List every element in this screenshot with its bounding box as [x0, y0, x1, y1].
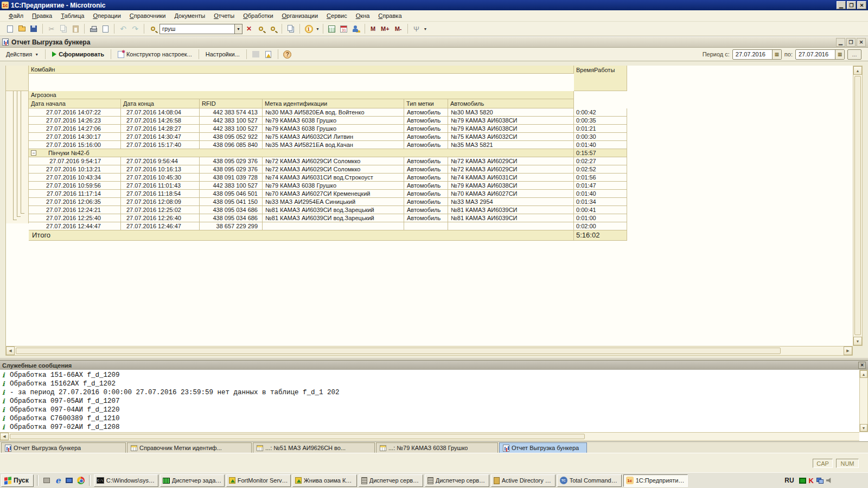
cell[interactable]: 442 383 100 527 [200, 117, 263, 125]
cell[interactable]: 27.07.2016 15:17:40 [121, 141, 200, 149]
cell[interactable]: Автомобиль [404, 182, 448, 190]
cell[interactable]: №35 МАЗ 5821 [448, 141, 574, 149]
cell[interactable]: 27.07.2016 12:46:47 [121, 222, 200, 230]
cell[interactable]: Автомобиль [404, 133, 448, 141]
redo-button[interactable]: ↷ [130, 23, 141, 34]
cell[interactable]: 438 091 039 728 [200, 174, 263, 182]
scroll-left-icon[interactable]: ◀ [6, 346, 15, 355]
settings-button[interactable]: Настройки... [203, 50, 242, 59]
column-header[interactable]: Метка идентификации [263, 99, 404, 108]
cell[interactable]: 27.07.2016 9:56:44 [121, 157, 200, 165]
cell[interactable]: №72 КАМАЗ АИ6029СИ [448, 165, 574, 174]
cell[interactable]: 27.07.2016 11:18:54 [121, 190, 200, 198]
quick-launch-printer-icon[interactable] [42, 476, 52, 485]
total-time[interactable]: 5:16:02 [574, 230, 627, 241]
menu-item-Окна[interactable]: Окна [352, 11, 374, 21]
cell[interactable]: №30 МАЗ 5820 [448, 108, 574, 117]
scroll-left-icon[interactable]: ◀ [0, 433, 9, 440]
cell[interactable]: 438 095 041 150 [200, 198, 263, 206]
header-kombain[interactable]: Комбайн [29, 66, 574, 74]
date-picker-icon[interactable]: ▦ [835, 50, 844, 59]
open-button[interactable] [16, 23, 27, 34]
chevron-down-icon[interactable]: ▼ [234, 24, 242, 34]
cell[interactable]: №72 КАМАЗ АИ6029СИ Соломкко [263, 157, 404, 165]
menu-item-Документы[interactable]: Документы [170, 11, 210, 21]
cell[interactable]: Автомобиль [404, 174, 448, 182]
cell[interactable]: 27.07.2016 14:30:17 [29, 133, 121, 141]
cell[interactable]: 27.07.2016 12:08:09 [121, 198, 200, 206]
calculator-button[interactable] [327, 23, 337, 34]
cell[interactable]: 442 383 100 527 [200, 125, 263, 133]
help-button[interactable]: ? [282, 49, 293, 60]
period-to-value[interactable]: 27.07.2016 [796, 50, 835, 59]
close-icon[interactable]: ✕ [858, 362, 866, 369]
cell[interactable]: 0:01:40 [574, 190, 627, 198]
find-prev-button[interactable] [267, 23, 278, 34]
menu-item-Таблица[interactable]: Таблица [56, 11, 88, 21]
quick-launch-ie-icon[interactable]: e [53, 476, 63, 485]
close-icon[interactable]: ✕ [857, 38, 866, 47]
cell[interactable]: 0:01:21 [574, 125, 627, 133]
cell[interactable]: 438 095 034 686 [200, 206, 263, 214]
scrollbar-thumb[interactable] [16, 348, 781, 354]
info-button[interactable]: i [303, 23, 314, 34]
copy-fragment-button[interactable] [285, 23, 296, 34]
cell[interactable]: 27.07.2016 14:07:22 [29, 108, 121, 117]
cell[interactable]: 27.07.2016 15:16:00 [29, 141, 121, 149]
cell[interactable]: 0:02:27 [574, 157, 627, 165]
window-tab[interactable]: Справочник Метки идентиф... [127, 442, 252, 453]
cell[interactable]: №79 КАМАЗ АИ6038СИ [448, 182, 574, 190]
collapse-expander-icon[interactable]: − [31, 150, 36, 156]
tray-monitor-icon[interactable] [799, 478, 806, 484]
cell[interactable]: Автомобиль [404, 108, 448, 117]
cell[interactable]: №81 КАМАЗ АИ6039СИ вод.Зарецький [263, 206, 404, 214]
menu-item-Операции[interactable]: Операции [88, 11, 125, 21]
cell[interactable]: №33 МАЗ АИ2954ЕА Синицький [263, 198, 404, 206]
cell[interactable]: 27.07.2016 14:30:47 [121, 133, 200, 141]
chevron-down-icon[interactable]: ▼ [424, 27, 427, 31]
cell[interactable]: 27.07.2016 12:25:40 [29, 214, 121, 222]
window-tab[interactable]: Отчет Выгрузка бункера [499, 442, 587, 453]
messages-horizontal-scrollbar[interactable]: ◀ [0, 432, 859, 441]
search-input[interactable]: груш [159, 24, 234, 34]
date-picker-icon[interactable]: ▦ [772, 50, 781, 59]
menu-item-Правка[interactable]: Правка [28, 11, 56, 21]
cell[interactable]: №74 КАМАЗ АИ6031СИ вод.Строкоуст [263, 174, 404, 182]
tray-antivirus-icon[interactable]: K [809, 477, 814, 485]
cell[interactable]: Автомобиль [404, 141, 448, 149]
scroll-right-icon[interactable]: ▶ [844, 346, 852, 355]
cell[interactable]: 0:01:47 [574, 182, 627, 190]
period-from-field[interactable]: 27.07.2016 ▦ [732, 49, 782, 60]
cell[interactable]: 0:00:30 [574, 133, 627, 141]
cell[interactable]: 27.07.2016 12:06:35 [29, 198, 121, 206]
window-tab[interactable]: Отчет Выгрузка бункера [1, 442, 126, 453]
cell[interactable]: 438 095 029 376 [200, 165, 263, 174]
vertical-scrollbar[interactable]: ▲ ▼ [853, 66, 863, 346]
taskbar-button[interactable]: C:\C:\Windows\system... [94, 474, 158, 487]
period-more-button[interactable]: ... [847, 49, 861, 60]
horizontal-scrollbar[interactable]: ◀ ▶ [5, 346, 853, 356]
total-label[interactable]: Итого [29, 230, 574, 241]
cut-button[interactable]: ✂ [46, 23, 57, 34]
load-settings-button[interactable] [263, 49, 274, 60]
cell[interactable]: 0:01:34 [574, 198, 627, 206]
cell[interactable]: 27.07.2016 12:25:02 [121, 206, 200, 214]
minimize-icon[interactable]: ▁ [837, 1, 846, 9]
column-header[interactable]: Тип метки [404, 99, 448, 108]
memory-plus-button[interactable]: M+ [379, 25, 392, 32]
cell[interactable]: 442 383 574 413 [200, 108, 263, 117]
scroll-down-icon[interactable]: ▼ [853, 337, 862, 345]
cell[interactable]: 27.07.2016 9:54:17 [29, 157, 121, 165]
start-button[interactable]: Пуск [1, 474, 34, 487]
cell[interactable]: 27.07.2016 14:26:23 [29, 117, 121, 125]
paste-button[interactable] [70, 23, 81, 34]
preview-button[interactable] [100, 23, 111, 34]
cell[interactable]: №79 КАМАЗ АИ6038СИ [448, 125, 574, 133]
cell[interactable]: 438 096 085 840 [200, 141, 263, 149]
cell[interactable]: 27.07.2016 11:17:14 [29, 190, 121, 198]
cell[interactable]: 438 095 052 922 [200, 133, 263, 141]
scrollbar-thumb[interactable] [10, 434, 585, 439]
column-header[interactable]: Дата конца [121, 99, 200, 108]
cell[interactable]: №70 КАМАЗ АИ6027СИ Кременецкий [263, 190, 404, 198]
taskbar-button[interactable]: Диспетчер сервера [425, 474, 489, 487]
